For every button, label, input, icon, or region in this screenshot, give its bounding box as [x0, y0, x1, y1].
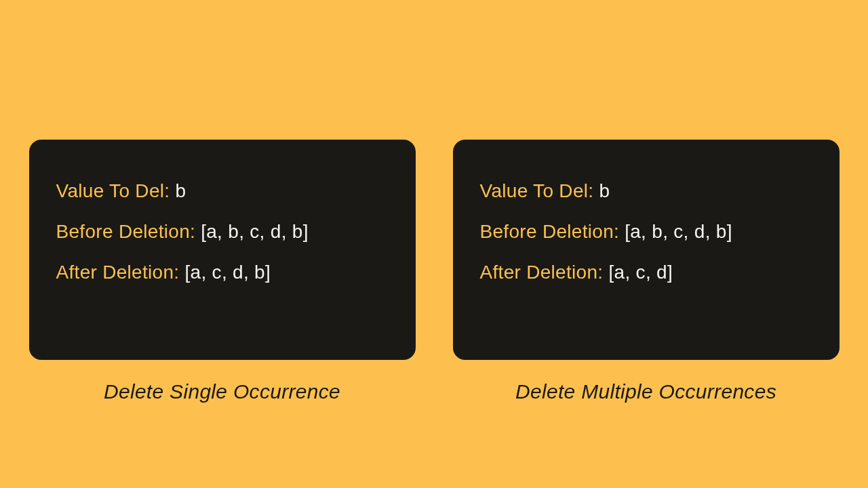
label-after-deletion: After Deletion:	[480, 262, 609, 283]
label-after-deletion: After Deletion:	[56, 262, 185, 283]
value-before-deletion: [a, b, c, d, b]	[201, 221, 309, 242]
label-before-deletion: Before Deletion:	[56, 221, 201, 242]
caption-single-occurrence: Delete Single Occurrence	[104, 380, 340, 403]
value-before-deletion: [a, b, c, d, b]	[625, 221, 732, 242]
caption-multiple-occurrences: Delete Multiple Occurrences	[515, 380, 776, 403]
row-before-deletion: Before Deletion: [a, b, c, d, b]	[56, 221, 389, 243]
value-after-deletion: [a, c, d]	[609, 262, 673, 283]
card-single-occurrence: Value To Del: b Before Deletion: [a, b, …	[29, 140, 416, 360]
row-value-to-del: Value To Del: b	[480, 180, 812, 202]
label-value-to-del: Value To Del:	[56, 180, 176, 201]
card-multiple-occurrences: Value To Del: b Before Deletion: [a, b, …	[453, 140, 840, 360]
card-column-single: Value To Del: b Before Deletion: [a, b, …	[29, 140, 416, 403]
row-value-to-del: Value To Del: b	[56, 180, 389, 202]
cards-container: Value To Del: b Before Deletion: [a, b, …	[29, 140, 840, 403]
label-before-deletion: Before Deletion:	[480, 221, 625, 242]
card-column-multiple: Value To Del: b Before Deletion: [a, b, …	[453, 140, 840, 403]
row-before-deletion: Before Deletion: [a, b, c, d, b]	[480, 221, 812, 243]
value-to-del: b	[599, 180, 610, 201]
row-after-deletion: After Deletion: [a, c, d]	[480, 262, 812, 283]
row-after-deletion: After Deletion: [a, c, d, b]	[56, 262, 389, 283]
value-after-deletion: [a, c, d, b]	[185, 262, 271, 283]
label-value-to-del: Value To Del:	[480, 180, 599, 201]
value-to-del: b	[175, 180, 186, 201]
